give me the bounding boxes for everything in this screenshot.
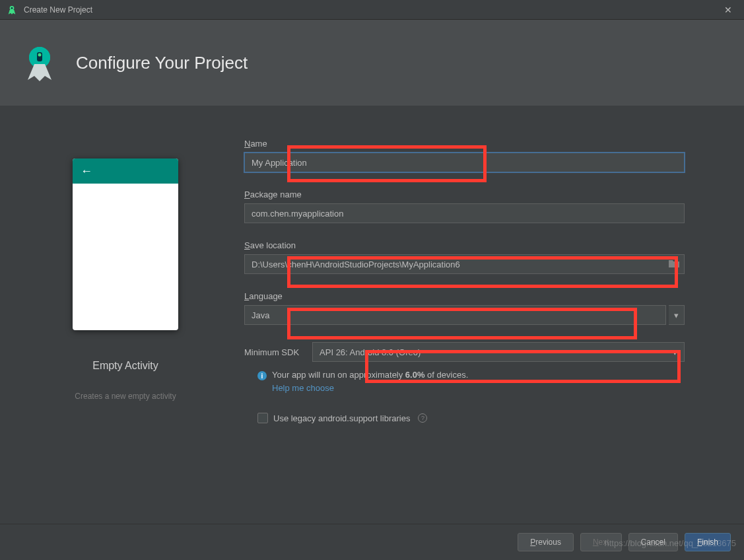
next-button: Next: [580, 533, 622, 551]
finish-button[interactable]: Finish: [685, 533, 731, 551]
cancel-button[interactable]: Cancel: [628, 533, 678, 551]
previous-button[interactable]: Previous: [518, 533, 574, 551]
save-location-label: Save location: [244, 240, 685, 250]
field-package: Package name: [244, 190, 685, 223]
footer: Previous Next Cancel Finish: [0, 524, 744, 560]
close-icon[interactable]: ✕: [719, 2, 737, 18]
svg-point-1: [11, 7, 13, 9]
package-label: Package name: [244, 190, 685, 199]
field-language: Language Java ▾: [244, 291, 685, 325]
android-studio-icon: [7, 5, 17, 15]
android-studio-logo: [20, 43, 59, 83]
language-select[interactable]: Java: [244, 305, 666, 325]
name-label: Name: [244, 139, 685, 149]
field-min-sdk: Minimum SDK API 26: Android 8.0 (Oreo) ▾…: [244, 342, 685, 393]
min-sdk-label: Minimum SDK: [244, 347, 299, 357]
legacy-support-row: Use legacy android.support libraries ?: [244, 413, 685, 423]
header: Configure Your Project: [0, 20, 744, 106]
package-input[interactable]: [244, 203, 685, 223]
save-location-input[interactable]: [244, 254, 685, 274]
legacy-checkbox[interactable]: [257, 413, 268, 423]
language-dropdown-icon[interactable]: ▾: [669, 305, 685, 325]
phone-topbar: ←: [73, 158, 178, 184]
form-column: Name Package name Save location Language…: [244, 139, 685, 423]
preview-column: ← Empty Activity Creates a new empty act…: [59, 139, 191, 423]
page-title: Configure Your Project: [76, 53, 248, 73]
titlebar: Create New Project ✕: [0, 0, 744, 20]
help-me-choose-link[interactable]: Help me choose: [272, 383, 685, 393]
back-arrow-icon: ←: [81, 164, 92, 178]
min-sdk-select[interactable]: API 26: Android 8.0 (Oreo) ▾: [312, 342, 685, 362]
browse-folder-icon[interactable]: [669, 259, 679, 269]
phone-preview: ←: [73, 158, 178, 330]
field-name: Name: [244, 139, 685, 172]
info-icon: i: [257, 371, 267, 380]
template-subtitle: Creates a new empty activity: [75, 392, 176, 401]
min-sdk-value: API 26: Android 8.0 (Oreo): [320, 347, 421, 357]
chevron-down-icon: ▾: [673, 347, 677, 357]
device-coverage-text: Your app will run on approximately 6.0% …: [272, 370, 468, 380]
svg-point-5: [38, 53, 42, 57]
field-save-location: Save location: [244, 240, 685, 274]
name-input[interactable]: [244, 153, 685, 172]
legacy-label: Use legacy android.support libraries: [273, 413, 410, 423]
template-title: Empty Activity: [92, 360, 158, 372]
language-label: Language: [244, 291, 685, 301]
help-icon[interactable]: ?: [418, 413, 427, 423]
window-title: Create New Project: [24, 5, 719, 15]
